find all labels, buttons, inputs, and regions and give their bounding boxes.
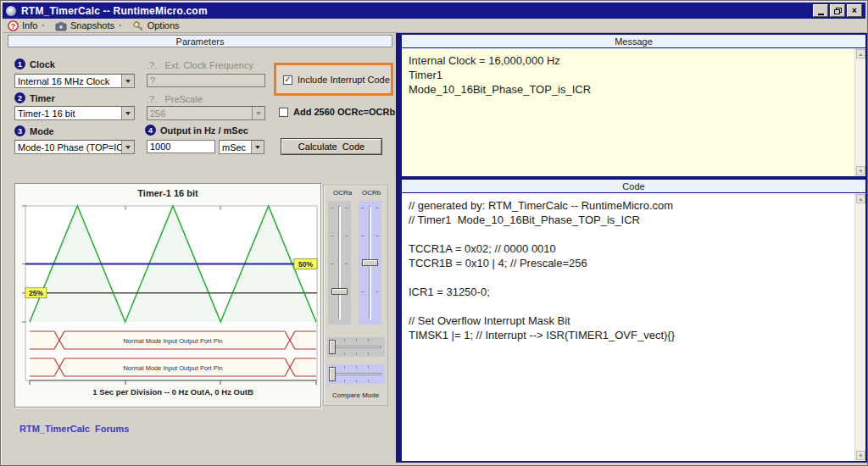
compare-mode-a-track[interactable] (331, 346, 381, 348)
chart-title: Timer-1 16 bit (137, 188, 198, 198)
ext-clock-label: .?. Ext. Clock Frequency (147, 60, 253, 70)
code-scroll-down-icon[interactable]: ▼ (856, 451, 865, 460)
compare-mode-a-thumb[interactable] (329, 340, 336, 354)
include-interrupt-checkbox[interactable]: ✓ (283, 75, 292, 85)
restore-button[interactable] (830, 4, 845, 17)
ocra-slider-ticks (331, 208, 334, 318)
clock-select[interactable]: Internal 16 MHz Clock (14, 74, 135, 88)
prescale-label-row: .?. PreScale (147, 94, 203, 104)
ocra-slider-track[interactable] (338, 206, 341, 319)
menu-snapshots-more: · (119, 20, 122, 31)
compare-mode-a-slider[interactable] (327, 337, 385, 357)
clock-dropdown-arrow-icon[interactable] (121, 75, 134, 87)
clock-label: Clock (30, 59, 55, 69)
timer-label: Timer (30, 93, 55, 103)
close-button[interactable]: × (847, 4, 862, 17)
menu-snapshots[interactable]: Snapshots · (53, 19, 127, 32)
message-textarea[interactable]: Internal Clock = 16,000,000 HzTimer1Mode… (402, 48, 865, 180)
message-scroll-up-icon[interactable]: ▲ (856, 49, 865, 58)
message-scroll-down-icon[interactable]: ▼ (856, 166, 865, 175)
svg-text:?: ? (11, 21, 16, 30)
timer-select-value: Timer-1 16 bit (15, 108, 121, 119)
step4-badge: 4 (145, 125, 156, 136)
menu-info[interactable]: ? Info · (6, 19, 50, 32)
include-interrupt-label: Include Interrupt Code (298, 75, 390, 85)
mode-dropdown-arrow-icon[interactable] (121, 141, 134, 153)
mode-label-row: 3 Mode (14, 125, 54, 136)
output-label: Output in Hz / mSec (160, 125, 248, 136)
lane2-label: Normal Mode Input Output Port Pin (123, 364, 222, 372)
x-axis (30, 380, 316, 385)
ext-clock-label-row: .?. Ext. Clock Frequency (147, 60, 253, 70)
right-pane: Message Internal Clock = 16,000,000 HzTi… (402, 33, 867, 463)
prescale-dropdown-arrow-icon (252, 107, 264, 119)
x-axis-label: 1 Sec per Division -- 0 Hz OutA, 0 Hz Ou… (92, 387, 253, 397)
ocrb-slider-thumb[interactable] (362, 259, 378, 266)
menu-options[interactable]: Options (131, 19, 185, 32)
timer-select[interactable]: Timer-1 16 bit (14, 106, 135, 120)
info-icon: ? (8, 20, 19, 31)
message-header: Message (402, 35, 865, 48)
code-textarea[interactable]: // generated by: RTM_TimerCalc -- Runtim… (402, 193, 865, 461)
compare-mode-label: Compare Mode (332, 391, 379, 399)
minimize-button[interactable] (813, 4, 828, 17)
menu-info-more: · (42, 20, 45, 31)
window-title: RTM_TimerCalc -- RuntimeMicro.com (21, 5, 208, 17)
code-header: Code (402, 180, 865, 193)
compare-mode-b-thumb[interactable] (329, 367, 336, 381)
message-header-label: Message (615, 36, 653, 47)
ocra-slider-thumb[interactable] (331, 288, 348, 295)
calculate-code-button[interactable]: Calculate Code (281, 138, 382, 155)
unit-select-value: mSec (220, 142, 251, 153)
include-interrupt-highlight: ✓ Include Interrupt Code (274, 63, 393, 96)
menu-bar: ? Info · Snapshots · Options (3, 19, 865, 33)
menu-info-label: Info (22, 20, 37, 31)
message-scrollbar[interactable]: ▲ ▼ (854, 48, 865, 176)
app-icon (6, 6, 16, 16)
mode-select[interactable]: Mode-10 Phase (TOP=ICR) (14, 140, 135, 154)
mode-select-value: Mode-10 Phase (TOP=ICR) (15, 142, 121, 153)
output-input[interactable]: 1000 (147, 140, 215, 153)
ocrb-tag: 50% (298, 260, 313, 269)
timer-dropdown-arrow-icon[interactable] (121, 107, 134, 119)
ocra-slider-label: OCRa (333, 189, 352, 197)
compare-mode-b-track[interactable] (331, 373, 381, 375)
include-interrupt-checkbox-row[interactable]: ✓ Include Interrupt Code (283, 75, 390, 85)
step1-badge: 1 (14, 58, 25, 69)
parameters-header-label: Parameters (176, 36, 225, 47)
prescale-select: 256 (147, 106, 265, 120)
snapshots-icon (55, 20, 67, 31)
menu-options-label: Options (147, 20, 180, 31)
add2560-label: Add 2560 OCRc=OCRb (293, 107, 395, 117)
unit-select[interactable]: mSec (219, 140, 264, 154)
ocrb-slider-label: OCRb (362, 189, 381, 197)
ocrb-slider[interactable] (359, 201, 381, 325)
title-bar: RTM_TimerCalc -- RuntimeMicro.com × (3, 3, 865, 19)
output-value: 1000 (150, 141, 170, 152)
code-scroll-up-icon[interactable]: ▲ (856, 194, 865, 203)
parameters-header: Parameters (8, 35, 392, 47)
add2560-checkbox[interactable] (279, 108, 288, 117)
app-window: RTM_TimerCalc -- RuntimeMicro.com × ? In… (0, 0, 868, 466)
options-icon (132, 20, 144, 31)
add2560-checkbox-row[interactable]: Add 2560 OCRc=OCRb (279, 107, 395, 117)
unit-dropdown-arrow-icon[interactable] (251, 141, 264, 153)
forums-link[interactable]: RTM_TimerCalc Forums (19, 424, 129, 434)
output-label-row: 4 Output in Hz / mSec (145, 125, 248, 136)
clock-label-row: 1 Clock (14, 58, 55, 69)
ext-clock-input: ? (147, 74, 265, 87)
prescale-label: .?. PreScale (147, 94, 203, 104)
waveform-chart: Timer-1 16 bit 50% 25% Normal Mode Input… (14, 183, 321, 408)
compare-mode-b-slider[interactable] (327, 364, 385, 384)
restore-icon (834, 8, 842, 14)
lane1-label: Normal Mode Input Output Port Pin (123, 337, 222, 345)
code-text: // generated by: RTM_TimerCalc -- Runtim… (409, 198, 849, 342)
ocra-slider[interactable] (328, 201, 351, 325)
prescale-select-value: 256 (147, 108, 252, 119)
code-header-label: Code (622, 181, 644, 191)
code-scrollbar[interactable]: ▲ ▼ (854, 193, 865, 461)
close-icon: × (852, 6, 857, 15)
clock-select-value: Internal 16 MHz Clock (15, 76, 121, 86)
minimize-icon (818, 14, 824, 15)
calculate-code-label: Calculate Code (298, 141, 364, 152)
